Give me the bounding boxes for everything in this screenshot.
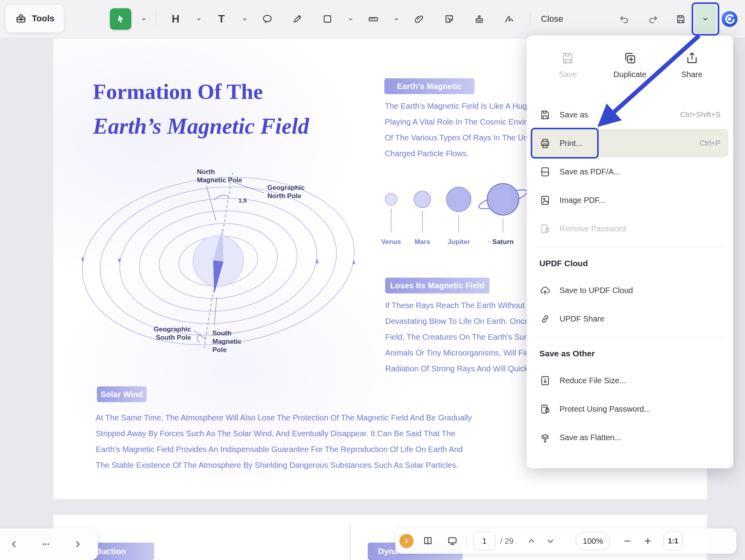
tools-button[interactable]: Tools xyxy=(6,5,64,32)
attachment-tool-button[interactable] xyxy=(408,8,430,30)
text-line: The Stable Existence Of The Atmosphere B… xyxy=(96,457,472,473)
save-icon xyxy=(561,51,575,65)
menu-item-shortcut: Ctrl+Shift+S xyxy=(680,110,720,119)
zoom-in-button[interactable]: + xyxy=(637,531,658,551)
signature-tool-button[interactable] xyxy=(499,8,520,30)
doc-title-line-2: Earth’s Magnetic Field xyxy=(93,113,309,139)
actual-size-button[interactable]: 1:1 xyxy=(664,532,683,551)
text-line: Radiation Of Strong Rays And Will Quickl… xyxy=(385,361,534,376)
menu-item-updf-share[interactable]: UPDF Share xyxy=(531,305,728,333)
sticker-icon xyxy=(444,13,455,25)
page-number-input[interactable]: 1 xyxy=(473,532,495,551)
menu-item-save-as[interactable]: Save asCtrl+Shift+S xyxy=(531,100,728,129)
signature-icon xyxy=(504,13,515,25)
paragraph-earths-magnetic: The Earth's Magnetic Field Is Like A Hug… xyxy=(385,98,533,161)
close-button[interactable]: Close xyxy=(536,0,568,38)
highlighter-tool-button[interactable] xyxy=(287,8,308,30)
cursor-icon xyxy=(115,13,126,25)
text-line: Field, The Creatures On The Earth's Surf… xyxy=(385,329,534,345)
heading-tool-button[interactable]: H xyxy=(165,8,186,30)
menu-item-image-pdf[interactable]: Image PDF... xyxy=(531,186,728,214)
page-down-button[interactable] xyxy=(541,532,560,551)
chevron-down-icon xyxy=(702,15,709,23)
more-options-button[interactable] xyxy=(37,535,55,553)
save-button[interactable] xyxy=(670,8,691,30)
updf-logo[interactable] xyxy=(721,11,738,27)
heading-icon: H xyxy=(172,13,180,25)
reading-mode-button[interactable] xyxy=(418,531,438,551)
pdfa-icon: PDF/A xyxy=(539,166,551,178)
select-tool-dropdown[interactable] xyxy=(140,8,147,30)
text-line: Earth's Magnetic Field Provides An Indis… xyxy=(96,441,472,457)
toolbar-divider xyxy=(530,11,530,27)
menu-item-remove-password[interactable]: Remove Password xyxy=(531,214,728,243)
planet-label-jupiter: Jupiter xyxy=(437,238,480,246)
menu-section-header: Save as Other xyxy=(531,341,728,366)
link-icon xyxy=(539,313,551,325)
zoom-level-button[interactable]: 100% xyxy=(576,532,610,550)
save-menu-toggle[interactable] xyxy=(695,5,716,33)
menu-item-protect-using-password[interactable]: Protect Using Password... xyxy=(531,395,728,423)
tool-strip: H T xyxy=(110,0,520,38)
planet-label-saturn: Saturn xyxy=(481,238,525,246)
menu-quick-share[interactable]: Share xyxy=(661,46,723,84)
duplicate-icon xyxy=(623,51,637,65)
sticker-tool-button[interactable] xyxy=(439,8,460,30)
doc-title-line-1: Formation Of The xyxy=(93,79,263,104)
undo-button[interactable] xyxy=(613,8,635,30)
paragraph-loses-field: If These Rays Reach The Earth Without C … xyxy=(385,297,534,376)
shape-tool-button[interactable] xyxy=(317,8,338,30)
toolbar: Tools H T xyxy=(0,0,745,38)
text-tool-button[interactable]: T xyxy=(211,8,232,30)
square-icon xyxy=(322,13,333,25)
page-nav-panel xyxy=(0,528,98,560)
menu-item-print[interactable]: Print...Ctrl+P xyxy=(531,129,728,157)
menu-quick-label: Save xyxy=(559,70,577,79)
menu-item-save-to-updf-cloud[interactable]: Save to UPDF Cloud xyxy=(531,276,728,305)
select-tool-button[interactable] xyxy=(110,8,131,30)
text-line: At The Same Time, The Atmosphere Will Al… xyxy=(96,410,472,426)
heading-tool-dropdown[interactable] xyxy=(195,8,202,30)
undo-icon xyxy=(619,14,630,25)
ruler-icon xyxy=(368,13,379,25)
menu-quick-duplicate[interactable]: Duplicate xyxy=(599,46,661,84)
menu-item-shortcut: Ctrl+P xyxy=(700,139,720,148)
remove-password-icon xyxy=(539,223,551,235)
zoom-out-button[interactable]: − xyxy=(617,531,637,551)
measure-tool-dropdown[interactable] xyxy=(393,8,400,30)
text-tool-dropdown[interactable] xyxy=(241,8,248,30)
text-line: Stripped Away By Forces Such As The Sola… xyxy=(96,426,472,441)
menu-item-save-as-flatten[interactable]: Save as Flatten... xyxy=(531,423,728,452)
share-icon xyxy=(685,51,699,65)
menu-item-save-as-pdf-a[interactable]: PDF/ASave as PDF/A... xyxy=(531,157,728,186)
menu-item-reduce-file-size[interactable]: Reduce File Size... xyxy=(531,366,728,395)
cloud-upload-icon xyxy=(539,285,551,296)
shape-tool-dropdown[interactable] xyxy=(347,8,354,30)
measure-tool-button[interactable] xyxy=(363,8,384,30)
section-badge-earths-magnetic: Earth's Magnetic xyxy=(384,78,475,94)
menu-section-header: UPDF Cloud xyxy=(531,251,728,276)
menu-quick-save[interactable]: Save xyxy=(537,46,599,84)
page-up-button[interactable] xyxy=(522,532,541,551)
column-divider xyxy=(350,524,350,560)
toolbox-icon xyxy=(15,13,27,25)
book-icon xyxy=(422,535,433,547)
presentation-mode-button[interactable] xyxy=(442,531,463,551)
redo-button[interactable] xyxy=(642,8,664,30)
menu-quick-label: Share xyxy=(681,70,702,79)
menu-quick-label: Duplicate xyxy=(613,70,646,79)
highlighter-icon xyxy=(292,13,303,25)
comment-tool-button[interactable] xyxy=(257,8,278,30)
page-total-label: / 29 xyxy=(500,537,513,546)
section-badge-loses-field: Loses Its Magnetic Field xyxy=(385,278,490,293)
collapse-bar-button[interactable] xyxy=(399,534,414,548)
text-line: Of The Various Types Of Rays In The Univ xyxy=(385,130,533,146)
next-page-button[interactable] xyxy=(69,535,86,553)
label-axis-angle: 1.5 xyxy=(238,196,247,204)
text-line: Charged Particle Flows. xyxy=(385,146,533,161)
text-line: Devastating Blow To Life On Earth. Once xyxy=(385,313,534,329)
paperclip-icon xyxy=(414,13,425,25)
previous-page-button[interactable] xyxy=(6,535,23,553)
stamp-tool-button[interactable] xyxy=(469,8,490,30)
menu-item-label: Save as xyxy=(560,110,680,119)
